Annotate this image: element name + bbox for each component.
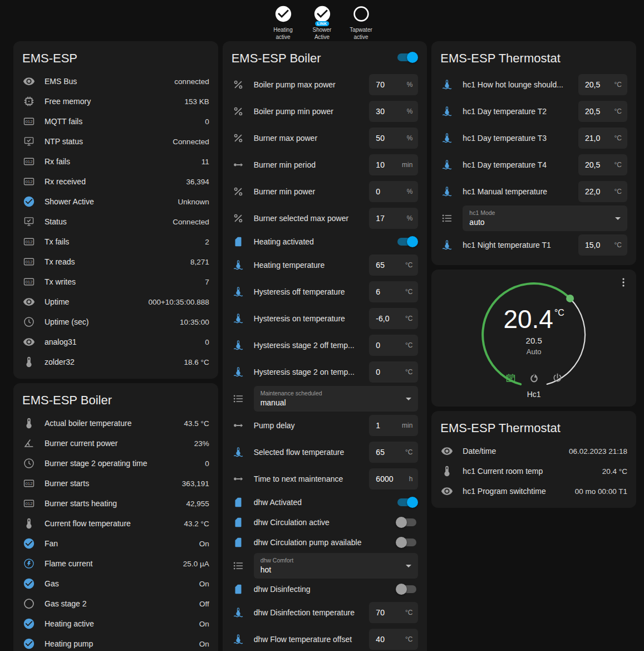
entity-row[interactable]: Current flow temperature43.2 °C <box>22 513 209 533</box>
number-field[interactable]: 70°C <box>369 602 418 623</box>
entity-name: EMS Bus <box>45 77 170 86</box>
number-field[interactable]: 6000h <box>369 468 418 490</box>
entity-row[interactable]: analog310 <box>22 332 209 352</box>
toggle-switch[interactable] <box>396 497 418 508</box>
badge-shower[interactable]: LINKShowerActive <box>306 3 338 41</box>
entity-row[interactable]: GasOn <box>22 574 209 594</box>
entity-row[interactable]: FanOn <box>22 533 209 554</box>
entity-name: Gas stage 2 <box>45 599 195 608</box>
entity-row[interactable]: StatusConnected <box>22 212 209 232</box>
number-field[interactable]: 17% <box>369 208 418 229</box>
toggle-switch[interactable] <box>396 584 418 595</box>
more-options-button[interactable] <box>617 276 631 290</box>
number-unit: min <box>402 422 412 429</box>
number-field[interactable]: -6,0°C <box>369 308 418 329</box>
entity-row[interactable]: Flame current25.0 µA <box>22 554 209 574</box>
mode-auto-button[interactable] <box>504 371 517 384</box>
number-unit: % <box>407 81 413 89</box>
entity-row: Hysteresis stage 2 off temp...0°C <box>232 332 419 359</box>
entity-row: dhw Flow temperature offset40°C <box>232 626 419 651</box>
number-field[interactable]: 0°C <box>369 335 418 356</box>
badge-label-line: Active <box>306 34 338 41</box>
number-field[interactable]: 50% <box>369 128 418 149</box>
entity-row[interactable]: Shower ActiveUnknown <box>22 192 209 212</box>
entity-row[interactable]: Uptime000+10:35:00.888 <box>22 292 209 312</box>
hvac-mode-buttons <box>440 371 627 384</box>
number-field[interactable]: 21,0°C <box>578 128 627 149</box>
entity-row[interactable]: Heating activeOn <box>22 614 209 634</box>
entity-name: Boiler pump max power <box>254 80 365 89</box>
number-field[interactable]: 65°C <box>369 254 418 276</box>
chevron-down-icon <box>615 217 621 220</box>
toggle-switch[interactable] <box>396 517 418 528</box>
entity-row[interactable]: Burner current power23% <box>22 433 209 453</box>
number-field[interactable]: 65°C <box>369 442 418 463</box>
entity-row[interactable]: hc1 Program switchtime00 mo 00:00 T1 <box>440 481 627 501</box>
entity-row[interactable]: Tx fails2 <box>22 232 209 252</box>
entity-row[interactable]: Tx writes7 <box>22 272 209 292</box>
entity-row[interactable]: Rx received36,394 <box>22 172 209 192</box>
entity-row[interactable]: Actual boiler temperature43.5 °C <box>22 413 209 433</box>
number-field[interactable]: 15,0°C <box>578 234 627 256</box>
number-value: 6 <box>376 287 380 296</box>
entity-row[interactable]: Burner starts363,191 <box>22 473 209 493</box>
entity-row[interactable]: Gas stage 2Off <box>22 594 209 614</box>
entity-row[interactable]: hc1 Current room temp20.4 °C <box>440 461 627 481</box>
entity-row[interactable]: Burner stage 2 operating time0 <box>22 453 209 473</box>
badge-tapwater[interactable]: Tapwateractive <box>345 3 377 41</box>
entity-row[interactable]: Uptime (sec)10:35:00 <box>22 312 209 332</box>
entity-row[interactable]: Burner starts heating42,955 <box>22 493 209 513</box>
counter-icon <box>22 497 36 510</box>
entity-name: Burner min period <box>254 160 365 169</box>
number-field[interactable]: 40°C <box>369 629 418 650</box>
entity-state: Unknown <box>178 198 209 206</box>
entity-name: Tx reads <box>45 257 186 266</box>
number-field[interactable]: 20,5°C <box>578 154 627 175</box>
badge-label: Tapwateractive <box>345 27 377 41</box>
entity-row[interactable]: Heating pumpOn <box>22 634 209 651</box>
number-field[interactable]: 1min <box>369 415 418 436</box>
mode-heat-button[interactable] <box>527 371 540 384</box>
entity-name: Gas <box>45 579 195 588</box>
mode-off-button[interactable] <box>550 371 564 384</box>
select-field[interactable]: dhw Comforthot <box>254 553 419 579</box>
entity-name: Hysteresis stage 2 on temp... <box>254 368 365 376</box>
entity-row[interactable]: Rx fails11 <box>22 151 209 172</box>
card-toggle[interactable] <box>396 52 418 63</box>
entity-row[interactable]: MQTT fails0 <box>22 111 209 131</box>
entity-row[interactable]: NTP statusConnected <box>22 131 209 151</box>
entity-row[interactable]: Tx reads8,271 <box>22 252 209 272</box>
select-field[interactable]: Maintenance scheduledmanual <box>254 386 419 412</box>
number-unit: °C <box>614 134 622 142</box>
entity-name: dhw Flow temperature offset <box>254 635 365 644</box>
toggle-switch[interactable] <box>396 537 418 548</box>
entity-row[interactable]: zolder3218.6 °C <box>22 352 209 372</box>
entity-row[interactable]: Date/time06.02.2023 21:18 <box>440 441 627 461</box>
number-field[interactable]: 70% <box>369 74 418 95</box>
number-value: -6,0 <box>376 314 389 323</box>
entity-row: Heating activated <box>232 232 419 252</box>
number-field[interactable]: 20,5°C <box>578 101 627 122</box>
number-unit: °C <box>614 188 622 195</box>
entity-row[interactable]: Free memory153 KB <box>22 91 209 111</box>
number-field[interactable]: 6°C <box>369 281 418 302</box>
number-field[interactable]: 30% <box>369 101 418 122</box>
number-field[interactable]: 22,0°C <box>578 181 627 202</box>
angle-icon <box>22 437 36 450</box>
number-field[interactable]: 0% <box>369 181 418 202</box>
entity-list: Boiler pump max power70%Boiler pump min … <box>232 71 419 651</box>
entity-row[interactable]: EMS Busconnected <box>22 71 209 91</box>
number-field[interactable]: 0°C <box>369 361 418 383</box>
number-field[interactable]: 20,5°C <box>578 74 627 95</box>
thermometer-icon <box>22 417 36 430</box>
toggle-switch[interactable] <box>396 236 418 247</box>
badge-heating[interactable]: Heatingactive <box>267 3 299 41</box>
sim-icon <box>232 496 245 509</box>
number-field[interactable]: 10min <box>369 154 418 175</box>
card-title: EMS-ESP Boiler <box>22 385 209 413</box>
thermometer-icon <box>22 355 36 369</box>
percent-icon <box>232 131 245 145</box>
card-title: EMS-ESP Boiler <box>232 51 321 66</box>
number-value: 70 <box>376 80 385 89</box>
select-field[interactable]: hc1 Modeauto <box>463 205 627 231</box>
